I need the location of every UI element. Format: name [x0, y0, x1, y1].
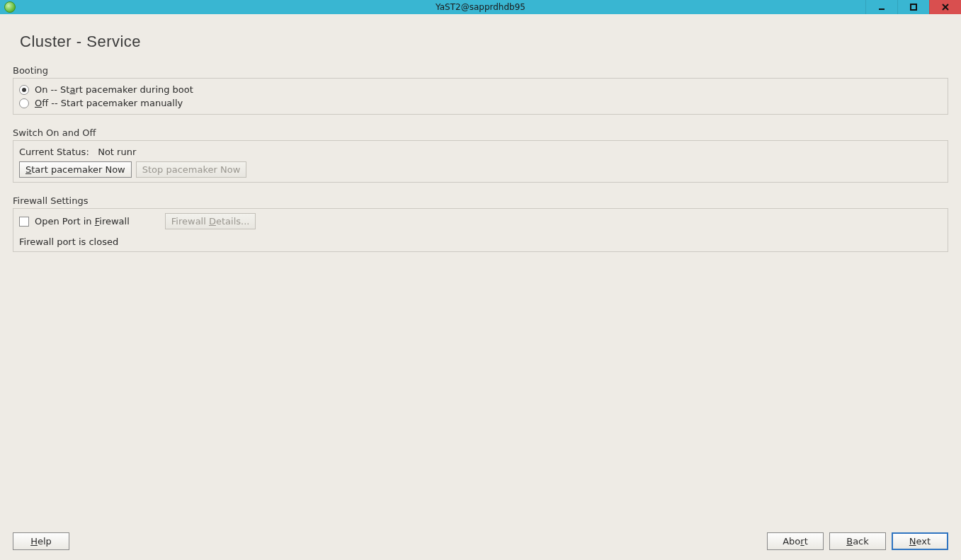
radio-boot-on[interactable]: On -- Start pacemaker during boot — [19, 83, 942, 96]
firewall-row: Open Port in Firewall Firewall Details..… — [19, 213, 942, 235]
checkbox-icon — [19, 217, 29, 227]
footer-right: Abort Back Next — [767, 532, 948, 550]
close-icon — [941, 3, 950, 11]
maximize-button[interactable] — [897, 0, 929, 14]
switch-buttons: Start pacemaker Now Stop pacemaker Now — [19, 161, 942, 178]
footer: Help Abort Back Next — [13, 532, 948, 550]
titlebar: YaST2@sapprdhdb95 — [0, 0, 961, 14]
booting-label: Booting — [13, 65, 948, 76]
next-button[interactable]: Next — [892, 532, 948, 550]
radio-boot-off[interactable]: Off -- Start pacemaker manually — [19, 96, 942, 110]
switch-group: Current Status: Not runr Start pacemaker… — [13, 140, 948, 183]
start-pacemaker-button[interactable]: Start pacemaker Now — [19, 161, 132, 178]
help-button[interactable]: Help — [13, 532, 69, 550]
status-row: Current Status: Not runr — [19, 145, 942, 161]
abort-button[interactable]: Abort — [767, 532, 824, 550]
booting-group: On -- Start pacemaker during boot Off --… — [13, 78, 948, 115]
firewall-group: Open Port in Firewall Firewall Details..… — [13, 208, 948, 252]
firewall-details-button: Firewall Details... — [165, 213, 256, 229]
status-value: Not runr — [98, 147, 136, 157]
radio-boot-on-label: On -- Start pacemaker during boot — [35, 84, 193, 95]
svg-rect-1 — [911, 4, 916, 10]
back-button[interactable]: Back — [829, 532, 886, 550]
firewall-status: Firewall port is closed — [19, 235, 942, 247]
close-button[interactable] — [929, 0, 961, 14]
minimize-button[interactable] — [865, 0, 897, 14]
radio-icon — [19, 98, 29, 108]
status-label: Current Status: — [19, 147, 92, 157]
radio-boot-off-label: Off -- Start pacemaker manually — [35, 98, 183, 108]
stop-pacemaker-button: Stop pacemaker Now — [136, 161, 247, 178]
open-port-checkbox[interactable]: Open Port in Firewall — [19, 216, 130, 227]
radio-icon — [19, 85, 29, 95]
main-panel: Cluster - Service Booting On -- Start pa… — [0, 14, 961, 560]
page-title: Cluster - Service — [20, 33, 948, 51]
app-icon — [4, 1, 16, 13]
window-controls — [865, 0, 961, 14]
switch-label: Switch On and Off — [13, 127, 948, 138]
open-port-label: Open Port in Firewall — [35, 216, 130, 227]
window-title: YaST2@sapprdhdb95 — [436, 2, 525, 12]
maximize-icon — [909, 3, 918, 11]
minimize-icon — [877, 3, 886, 11]
firewall-label: Firewall Settings — [13, 195, 948, 206]
